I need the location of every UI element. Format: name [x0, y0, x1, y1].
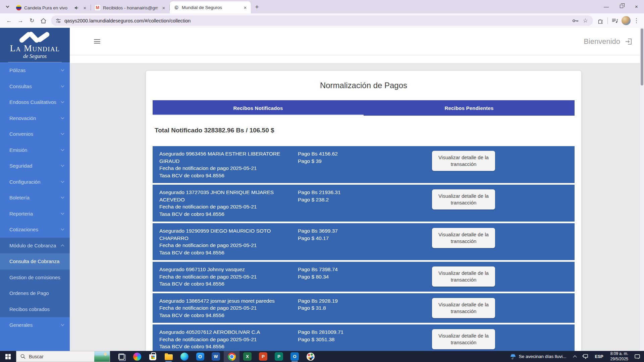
- fecha-line: Fecha de notificacion de pago 2025-05-21: [159, 273, 292, 281]
- tab-audio-icon[interactable]: [74, 6, 79, 10]
- fecha-line: Fecha de notificacion de pago 2025-05-21: [159, 336, 292, 343]
- fecha-line: Fecha de notificacion de pago 2025-05-21: [159, 203, 292, 210]
- sidebar-item-label: Ordenes de Pago: [9, 290, 49, 296]
- pago-bs: Pago Bs 2928.19: [298, 297, 432, 305]
- sidebar-item-pólizas[interactable]: Pólizas: [0, 62, 70, 78]
- visualizar-detalle-button[interactable]: Visualizar detalle de la transacción: [432, 228, 495, 248]
- address-bar[interactable]: qasys2000.lamundialdeseguros.com/#/colle…: [51, 15, 593, 26]
- sidebar-item-renovación[interactable]: Renovación: [0, 110, 70, 126]
- chevron-up-icon: [573, 355, 577, 359]
- close-window-button[interactable]: ×: [629, 0, 644, 13]
- visualizar-detalle-button[interactable]: Visualizar detalle de la transacción: [432, 329, 495, 349]
- sidebar-item-módulo-de-cobranza[interactable]: Módulo de Cobranza: [0, 238, 70, 254]
- sidebar-item-consulta-de-cobranza[interactable]: Consulta de Cobranza: [0, 253, 70, 269]
- outlook-classic-icon: [290, 352, 299, 361]
- browser-tab-gmail[interactable]: M Recibidos - honanairis@gmail.c ×: [91, 2, 169, 13]
- taskbar-app-outlook-new[interactable]: [192, 351, 208, 362]
- sidebar-item-seguridad[interactable]: Seguridad: [0, 158, 70, 174]
- password-key-icon[interactable]: [570, 16, 580, 25]
- tab-recibos-pendientes[interactable]: Recibos Pendientes: [364, 100, 575, 116]
- powerpoint-icon: [259, 352, 267, 361]
- sidebar-item-emisión[interactable]: Emisión: [0, 142, 70, 158]
- taskbar-app-powerpoint[interactable]: [255, 351, 271, 362]
- hamburger-menu-icon[interactable]: [94, 39, 100, 44]
- tab-close-icon[interactable]: ×: [161, 5, 167, 11]
- scrollbar-thumb[interactable]: [641, 28, 643, 85]
- sidebar-item-endosos-cualitativos[interactable]: Endosos Cualitativos: [0, 94, 70, 110]
- total-notificado: Total Notificado 328382.96 Bs / 106.50 $: [155, 127, 575, 134]
- visualizar-detalle-button[interactable]: Visualizar detalle de la transacción: [432, 189, 495, 209]
- taskbar-app-copilot[interactable]: [129, 351, 145, 362]
- browser-tab-venezuela-flag[interactable]: Candela Pura en vivo ×: [12, 2, 91, 13]
- taskbar-app-ms-store[interactable]: [145, 351, 161, 362]
- taskbar-app-word[interactable]: [208, 351, 224, 362]
- payment-row: Asegurado 405207612 AEROBOLIVAR C.A Fech…: [153, 324, 575, 351]
- back-button[interactable]: ←: [3, 15, 15, 26]
- visualizar-detalle-button[interactable]: Visualizar detalle de la transacción: [432, 151, 495, 171]
- taskbar-app-chrome[interactable]: [224, 351, 239, 362]
- home-button[interactable]: [38, 15, 49, 26]
- profile-avatar[interactable]: [622, 16, 631, 25]
- fecha-line: Fecha de notificacion de pago 2025-05-21: [159, 242, 292, 249]
- sidebar-item-cotizaciones[interactable]: Cotizaciones: [0, 222, 70, 238]
- restore-button[interactable]: [614, 0, 629, 13]
- start-button[interactable]: [0, 351, 16, 362]
- logout-icon[interactable]: [625, 38, 633, 46]
- sidebar-item-generales[interactable]: Generales: [0, 317, 70, 333]
- refresh-button[interactable]: ↻: [26, 15, 38, 26]
- sidebar-item-gestion-de-comisiones[interactable]: Gestion de comisiones: [0, 269, 70, 286]
- url-text[interactable]: qasys2000.lamundialdeseguros.com/#/colle…: [64, 18, 570, 23]
- taskbar-clock[interactable]: 8:09 a. m. 29/5/2025: [607, 351, 632, 362]
- minimize-button[interactable]: —: [599, 0, 614, 13]
- forward-button[interactable]: →: [15, 15, 26, 26]
- taskbar-search[interactable]: Buscar: [16, 351, 110, 362]
- sidebar-item-reporteria[interactable]: Reporteria: [0, 206, 70, 222]
- media-controls-icon[interactable]: [609, 15, 620, 26]
- taskbar-app-paint[interactable]: [303, 351, 318, 362]
- chrome-icon: [228, 353, 236, 361]
- taskbar-app-file-explorer[interactable]: [161, 351, 176, 362]
- new-tab-button[interactable]: +: [252, 2, 262, 12]
- notification-center-icon[interactable]: [632, 351, 643, 362]
- chevron-down-icon: [6, 5, 9, 8]
- network-icon[interactable]: [579, 351, 591, 362]
- tab-title: Recibidos - honanairis@gmail.c: [103, 5, 158, 10]
- tab-search-button[interactable]: [3, 2, 11, 11]
- bookmark-star-icon[interactable]: ☆: [580, 16, 590, 25]
- extensions-icon[interactable]: [595, 15, 606, 26]
- taskbar-apps: [113, 351, 318, 362]
- language-indicator[interactable]: ESP: [591, 351, 607, 362]
- pago-usd: Pago $ 31.8: [298, 304, 432, 312]
- sidebar-item-label: Renovación: [9, 115, 36, 121]
- chevron-down-icon: [61, 100, 64, 103]
- taskbar-app-excel[interactable]: [239, 351, 255, 362]
- taskbar-app-task-view[interactable]: [113, 351, 129, 362]
- sidebar-item-recibos-cobrados[interactable]: Recibos cobrados: [0, 301, 70, 317]
- page-scrollbar[interactable]: [640, 28, 644, 351]
- gmail-icon: M: [95, 5, 100, 10]
- browser-tab-copyright[interactable]: © Mundial de Seguros ×: [170, 1, 251, 13]
- taskbar-app-edge[interactable]: [176, 351, 192, 362]
- sidebar-item-convenios[interactable]: Convenios: [0, 126, 70, 142]
- app-sidebar: La Mundial de Seguros Pólizas Consultas …: [0, 28, 70, 351]
- tray-overflow-button[interactable]: [571, 351, 579, 362]
- tab-close-icon[interactable]: ×: [82, 5, 88, 11]
- sidebar-item-boletería[interactable]: Boletería: [0, 190, 70, 206]
- sidebar-item-label: Convenios: [9, 131, 33, 137]
- taskbar-app-outlook-classic[interactable]: [287, 351, 303, 362]
- sidebar-item-ordenes-de-pago[interactable]: Ordenes de Pago: [0, 285, 70, 301]
- visualizar-detalle-button[interactable]: Visualizar detalle de la transacción: [432, 298, 495, 318]
- browser-menu-icon[interactable]: ⋮: [632, 17, 641, 24]
- sidebar-item-consultas[interactable]: Consultas: [0, 78, 70, 95]
- sidebar-item-configuración[interactable]: Configuración: [0, 174, 70, 190]
- payment-row: Asegurado 13727035 JHON ENRIQUE MIJARES …: [153, 185, 575, 222]
- chevron-down-icon: [61, 227, 64, 231]
- tab-close-icon[interactable]: ×: [242, 4, 248, 10]
- pago-bs: Pago Bs 21936.31: [298, 189, 432, 196]
- site-settings-icon[interactable]: [56, 18, 61, 23]
- weather-widget[interactable]: Se avecinan días lluvi...: [506, 351, 571, 362]
- search-weather-image[interactable]: [94, 351, 110, 362]
- visualizar-detalle-button[interactable]: Visualizar detalle de la transacción: [432, 266, 495, 287]
- tab-recibos-notificados[interactable]: Recibos Notificados: [153, 100, 364, 116]
- taskbar-app-publisher[interactable]: [271, 351, 287, 362]
